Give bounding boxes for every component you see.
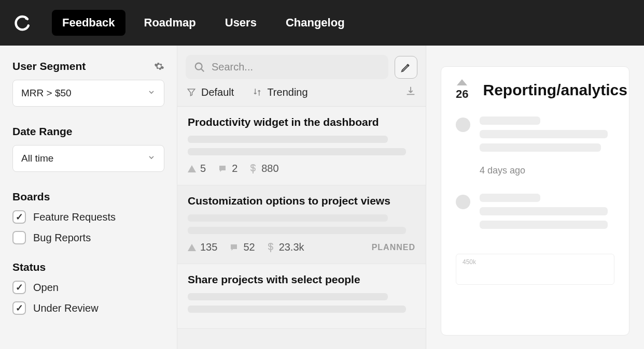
- board-label: Feature Requests: [33, 211, 116, 223]
- feed-column: Search... Default Trending: [177, 46, 426, 349]
- value-number: 23.3k: [279, 241, 304, 253]
- status-tag: PLANNED: [372, 243, 415, 252]
- status-open[interactable]: Open: [12, 281, 164, 294]
- nav-tab-users[interactable]: Users: [215, 10, 267, 36]
- detail-card: 26 Reporting/analytics 4 days ago: [441, 66, 629, 336]
- detail-vote[interactable]: 26: [456, 79, 468, 101]
- vote-number: 135: [200, 241, 217, 253]
- status-option-label: Under Review: [33, 302, 99, 314]
- dollar-icon: [267, 242, 275, 253]
- user-segment-label: User Segment: [12, 60, 86, 72]
- funnel-icon: [187, 88, 196, 97]
- user-segment-heading: User Segment: [12, 60, 164, 72]
- value-amount: 880: [249, 163, 278, 174]
- search-icon: [194, 62, 205, 73]
- search-placeholder: Search...: [212, 61, 253, 73]
- comment-number: 2: [232, 163, 237, 174]
- sort-trending-label: Trending: [267, 86, 307, 98]
- nav-tabs: Feedback Roadmap Users Changelog: [52, 10, 355, 36]
- user-segment-select[interactable]: MRR > $50: [12, 80, 164, 107]
- feed-list: Productivity widget in the dashboard 5 2: [177, 107, 426, 329]
- sort-icon: [253, 88, 262, 97]
- board-bug-reports[interactable]: Bug Reports: [12, 231, 164, 244]
- chevron-down-icon: [147, 153, 156, 164]
- feed-item-title: Customization options to project views: [188, 195, 415, 207]
- status-heading: Status: [12, 261, 164, 273]
- upvote-icon: [188, 165, 196, 172]
- skeleton-line: [188, 148, 406, 155]
- date-range-heading: Date Range: [12, 125, 164, 138]
- compose-button[interactable]: [395, 56, 417, 79]
- detail-pane: 26 Reporting/analytics 4 days ago: [426, 46, 644, 349]
- svg-line-2: [201, 68, 204, 71]
- comment-number: 52: [243, 241, 255, 253]
- status-list: Open Under Review: [12, 281, 164, 315]
- checkbox-icon[interactable]: [12, 231, 26, 244]
- filter-sidebar: User Segment MRR > $50 Date Range All ti…: [0, 46, 177, 349]
- upvote-icon: [188, 244, 196, 251]
- value-amount: 23.3k: [267, 241, 304, 253]
- app-logo: [12, 12, 33, 33]
- skeleton-line: [480, 207, 608, 215]
- feed-item[interactable]: Productivity widget in the dashboard 5 2: [177, 107, 426, 185]
- feed-item[interactable]: Share projects with select people: [177, 264, 426, 329]
- skeleton-line: [480, 143, 601, 152]
- checkbox-checked-icon[interactable]: [12, 301, 26, 315]
- nav-tab-roadmap[interactable]: Roadmap: [134, 10, 206, 36]
- comment-icon: [217, 164, 228, 173]
- feed-item-title: Productivity widget in the dashboard: [188, 116, 415, 128]
- vote-count[interactable]: 135: [188, 241, 217, 253]
- search-input[interactable]: Search...: [186, 55, 388, 79]
- export-button[interactable]: [405, 85, 416, 99]
- skeleton-line: [188, 293, 388, 300]
- download-icon: [405, 85, 416, 97]
- boards-list: Feature Requests Bug Reports: [12, 210, 164, 244]
- checkbox-checked-icon[interactable]: [12, 210, 26, 224]
- skeleton-line: [480, 117, 540, 125]
- nav-tab-changelog[interactable]: Changelog: [275, 10, 355, 36]
- feed-item[interactable]: Customization options to project views 1…: [177, 185, 426, 264]
- comment-row: [456, 194, 614, 229]
- date-range-value: All time: [21, 153, 53, 164]
- board-feature-requests[interactable]: Feature Requests: [12, 210, 164, 224]
- main-layout: User Segment MRR > $50 Date Range All ti…: [0, 46, 644, 349]
- avatar: [456, 118, 470, 132]
- user-segment-value: MRR > $50: [21, 88, 72, 99]
- nav-tab-feedback[interactable]: Feedback: [52, 10, 125, 36]
- filter-default[interactable]: Default: [187, 86, 234, 98]
- detail-header: 26 Reporting/analytics: [456, 79, 614, 101]
- detail-timestamp: 4 days ago: [480, 165, 614, 176]
- comment-count[interactable]: 2: [217, 163, 237, 174]
- gear-icon[interactable]: [154, 61, 164, 71]
- date-range-label: Date Range: [12, 125, 73, 138]
- boards-heading: Boards: [12, 191, 164, 203]
- detail-body: 4 days ago 450k: [456, 117, 614, 285]
- skeleton-line: [480, 194, 540, 202]
- detail-title: Reporting/analytics: [483, 81, 627, 99]
- top-nav: Feedback Roadmap Users Changelog: [0, 0, 644, 46]
- feed-item-title: Share projects with select people: [188, 273, 415, 286]
- chart-placeholder: 450k: [456, 254, 614, 285]
- skeleton-line: [188, 306, 406, 313]
- skeleton-line: [188, 227, 406, 234]
- skeleton-line: [188, 136, 388, 143]
- date-range-select[interactable]: All time: [12, 145, 164, 172]
- vote-count[interactable]: 5: [188, 163, 206, 174]
- boards-label: Boards: [12, 191, 50, 203]
- status-under-review[interactable]: Under Review: [12, 301, 164, 315]
- chart-axis-label: 450k: [463, 258, 476, 266]
- filter-default-label: Default: [201, 86, 234, 98]
- pencil-icon: [400, 62, 412, 73]
- comment-count[interactable]: 52: [229, 241, 255, 253]
- svg-point-0: [25, 18, 27, 20]
- dollar-icon: [249, 164, 257, 174]
- detail-vote-count: 26: [456, 88, 468, 101]
- comment-icon: [229, 243, 239, 252]
- status-option-label: Open: [33, 282, 59, 294]
- sort-trending[interactable]: Trending: [253, 86, 307, 98]
- svg-point-1: [195, 63, 202, 69]
- skeleton-line: [480, 221, 608, 229]
- board-label: Bug Reports: [33, 232, 91, 244]
- checkbox-checked-icon[interactable]: [12, 281, 26, 294]
- search-row: Search...: [177, 46, 426, 79]
